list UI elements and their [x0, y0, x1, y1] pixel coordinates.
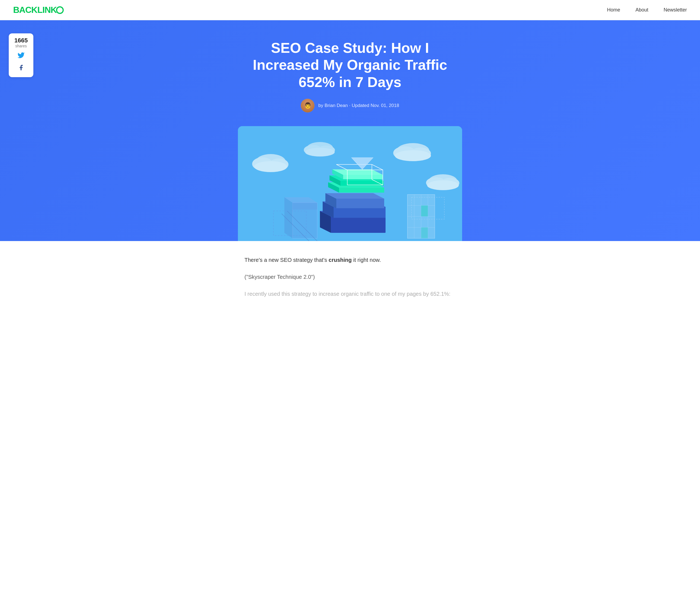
intro-text-bold: crushing	[329, 257, 352, 263]
teaser-paragraph: I recently used this strategy to increas…	[245, 289, 455, 298]
technique-name: ("Skyscraper Technique 2.0")	[245, 272, 455, 282]
hero-section: 1665 shares SEO Case Study: How I Increa…	[0, 20, 700, 241]
author-updated: · Updated Nov. 01, 2018	[349, 103, 399, 108]
svg-rect-26	[339, 188, 384, 193]
svg-rect-20	[333, 207, 385, 218]
svg-rect-23	[336, 199, 384, 208]
svg-rect-58	[421, 228, 428, 238]
author-meta: by Brian Dean · Updated Nov. 01, 2018	[318, 103, 399, 109]
svg-rect-45	[293, 203, 317, 210]
share-widget: 1665 shares	[9, 33, 33, 77]
author-name: by Brian Dean	[318, 103, 348, 108]
avatar-image: 👨	[301, 99, 315, 113]
hero-title: SEO Case Study: How I Increased My Organ…	[243, 40, 457, 91]
author-row: 👨 by Brian Dean · Updated Nov. 01, 2018	[301, 99, 399, 113]
nav-about[interactable]: About	[635, 7, 648, 13]
share-facebook-button[interactable]	[13, 64, 29, 73]
nav-home[interactable]: Home	[607, 7, 620, 13]
logo[interactable]: BACKLINK	[13, 5, 64, 15]
logo-text: BACKLINK	[13, 5, 64, 15]
article-content: There's a new SEO strategy that's crushi…	[238, 241, 462, 317]
avatar: 👨	[301, 99, 315, 113]
logo-o-icon	[56, 6, 64, 14]
nav-newsletter[interactable]: Newsletter	[664, 7, 687, 13]
svg-point-4	[254, 161, 287, 172]
intro-text-end: it right now.	[352, 257, 381, 263]
svg-rect-17	[331, 216, 385, 233]
svg-point-12	[427, 180, 459, 190]
intro-text-start: There's a new SEO strategy that's	[245, 257, 329, 263]
hero-image	[238, 126, 462, 241]
hero-svg-illustration	[238, 126, 462, 241]
intro-paragraph: There's a new SEO strategy that's crushi…	[245, 255, 455, 265]
svg-rect-57	[421, 206, 428, 216]
svg-point-8	[395, 150, 431, 161]
main-nav: Home About Newsletter	[607, 7, 687, 13]
svg-rect-32	[343, 175, 383, 179]
share-label: shares	[13, 44, 29, 48]
svg-point-16	[305, 148, 335, 157]
site-header: BACKLINK Home About Newsletter	[0, 0, 700, 20]
share-count: 1665	[13, 37, 29, 44]
share-twitter-button[interactable]	[13, 51, 29, 61]
